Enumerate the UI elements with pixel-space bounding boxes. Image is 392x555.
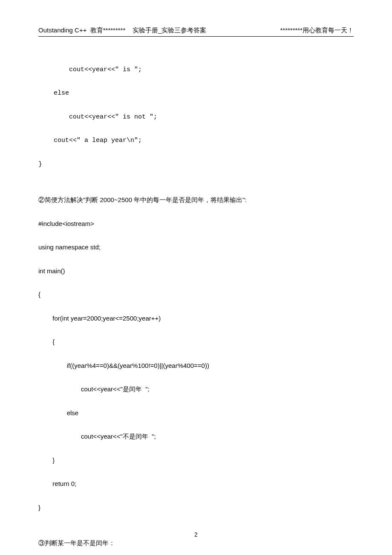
page-content: cout<<year<<" is "; else cout<<year<<" i…	[38, 52, 354, 555]
code-line: cout<<year<<" is not ";	[38, 111, 354, 123]
code-line: using namespace std;	[38, 241, 354, 253]
code-line: {	[38, 336, 354, 348]
code-line: }	[38, 502, 354, 514]
code-line: }	[38, 159, 354, 171]
code-line: cout<<year<<"不是闰年 ";	[38, 431, 354, 442]
code-line: {	[38, 289, 354, 301]
code-line: }	[38, 454, 354, 466]
code-line: #include<iostream>	[38, 218, 354, 230]
note-3: ③判断某一年是不是闰年：	[38, 537, 354, 549]
code-block-1: cout<<year<<" is "; else cout<<year<<" i…	[38, 52, 354, 194]
code-line: if((year%4==0)&&(year%100!=0)||(year%400…	[38, 360, 354, 372]
header-right: *********用心教育每一天！	[280, 26, 354, 35]
code-line: cout<<year<<"是闰年 ";	[38, 383, 354, 395]
code-line: else	[38, 407, 354, 419]
code-line: cout<<year<<" is ";	[38, 64, 354, 76]
code-line: for(int year=2000;year<=2500;year++)	[38, 312, 354, 324]
note-2: ②简便方法解决"判断 2000~2500 年中的每一年是否是闰年，将结果输出":	[38, 194, 354, 206]
code-line: cout<<" a leap year\n";	[38, 135, 354, 147]
code-line: else	[38, 87, 354, 99]
page-header: Outstanding C++ 教育********* 实验手册_实验三参考答案…	[38, 26, 354, 37]
page-number: 2	[0, 531, 392, 538]
code-block-3: #include<iostream> using namespace std; …	[38, 549, 354, 555]
code-block-2: #include<iostream> using namespace std; …	[38, 206, 354, 537]
code-line: return 0;	[38, 478, 354, 490]
header-left: Outstanding C++ 教育********* 实验手册_实验三参考答案	[38, 26, 206, 35]
document-page: Outstanding C++ 教育********* 实验手册_实验三参考答案…	[0, 0, 392, 555]
code-line: int main()	[38, 265, 354, 277]
